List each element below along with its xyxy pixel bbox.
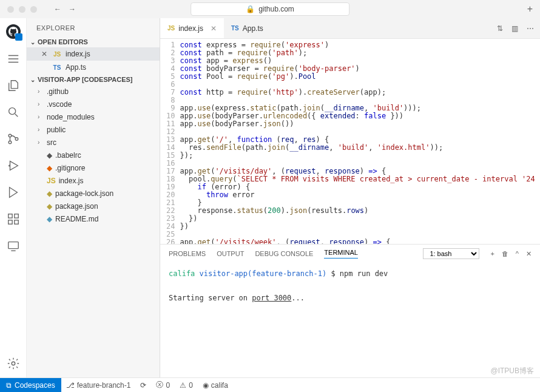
back-icon[interactable]: ← (54, 5, 61, 13)
js-file-icon: JS (47, 177, 56, 185)
compare-icon[interactable]: ⇅ (497, 24, 503, 33)
ts-file-icon: TS (52, 64, 62, 71)
codespaces-button[interactable]: ⧉ Codespaces (0, 378, 61, 392)
close-icon[interactable]: ✕ (211, 24, 217, 33)
file-icon: ◆ (47, 151, 52, 160)
tree-item[interactable]: ◆.gitignore (27, 161, 160, 174)
sync-icon: ⟳ (140, 381, 146, 390)
tree-item[interactable]: ◆package-lock.json (27, 187, 160, 200)
terminal-shell-select[interactable]: 1: bash (423, 248, 479, 259)
error-icon: ⓧ (156, 380, 163, 390)
tree-item[interactable]: ›public (27, 123, 160, 136)
user-indicator[interactable]: ◉ califa (198, 381, 233, 390)
tab-terminal[interactable]: TERMINAL (324, 249, 358, 259)
tab-problems[interactable]: PROBLEMS (169, 250, 206, 257)
github-avatar-icon[interactable] (6, 24, 21, 39)
close-icon[interactable]: ✕ (40, 50, 49, 58)
status-bar: ⧉ Codespaces ⎇ feature-branch-1 ⟳ ⓧ 0 ⚠ … (0, 377, 540, 392)
js-file-icon: JS (167, 25, 175, 32)
remote-icon[interactable] (7, 239, 20, 252)
tree-item[interactable]: ◆.babelrc (27, 149, 160, 161)
search-icon[interactable] (7, 106, 20, 119)
file-name: index.js (59, 177, 84, 185)
tab-output[interactable]: OUTPUT (217, 250, 244, 257)
url-host: github.com (258, 5, 294, 13)
chevron-right-icon: › (38, 101, 44, 107)
tree-item[interactable]: JSindex.js (27, 174, 160, 187)
sync-button[interactable]: ⟳ (135, 381, 151, 390)
watermark: @ITPUB博客 (490, 366, 534, 376)
warnings-indicator[interactable]: ⚠ 0 (175, 381, 198, 390)
file-name: src (47, 138, 56, 147)
tree-item[interactable]: ›.github (27, 85, 160, 98)
workspace-header[interactable]: ⌄ VISITOR-APP [CODESPACES] (27, 74, 160, 85)
errors-indicator[interactable]: ⓧ 0 (151, 380, 175, 390)
file-name: App.ts (66, 63, 86, 72)
file-name: node_modules (47, 113, 95, 121)
minimize-window-icon[interactable] (19, 6, 25, 13)
code-editor[interactable]: 1234567891011121314151617181920212223242… (160, 39, 540, 244)
menu-icon[interactable] (7, 52, 20, 66)
chevron-right-icon: › (38, 139, 44, 146)
branch-indicator[interactable]: ⎇ feature-branch-1 (61, 381, 136, 390)
svg-point-10 (12, 362, 15, 365)
svg-point-2 (8, 141, 12, 144)
tree-item[interactable]: ◆package.json (27, 200, 160, 212)
file-name: .gitignore (55, 164, 85, 172)
open-editor-item[interactable]: TSApp.ts (27, 61, 160, 74)
svg-point-4 (8, 165, 10, 166)
svg-point-0 (8, 108, 15, 115)
extensions-icon[interactable] (7, 212, 20, 226)
gear-icon[interactable] (7, 357, 20, 370)
zoom-window-icon[interactable] (30, 6, 37, 13)
files-icon[interactable] (7, 79, 20, 92)
tab-debug-console[interactable]: DEBUG CONSOLE (255, 250, 313, 257)
open-editor-item[interactable]: ✕JSindex.js (27, 47, 160, 61)
open-editors-header[interactable]: ⌄ OPEN EDITORS (27, 36, 160, 47)
tree-item[interactable]: ›node_modules (27, 110, 160, 123)
close-window-icon[interactable] (7, 6, 14, 13)
split-editor-icon[interactable]: ▥ (511, 24, 518, 33)
tree-item[interactable]: ›.vscode (27, 98, 160, 110)
svg-rect-6 (14, 214, 18, 218)
file-icon: ◆ (47, 215, 52, 223)
tab-label: index.js (178, 24, 203, 33)
editor-tab[interactable]: TSApp.ts (224, 18, 271, 38)
kill-terminal-icon[interactable]: 🗑 (502, 250, 508, 258)
editor-tabs: JSindex.js✕TSApp.ts ⇅ ▥ ⋯ (160, 18, 540, 39)
explorer-panel: EXPLORER ⌄ OPEN EDITORS ✕JSindex.jsTSApp… (27, 18, 160, 377)
warning-icon: ⚠ (180, 381, 186, 390)
more-icon[interactable]: ⋯ (527, 24, 534, 33)
bottom-panel: PROBLEMS OUTPUT DEBUG CONSOLE TERMINAL 1… (160, 244, 540, 377)
editor-tab[interactable]: JSindex.js✕ (160, 18, 224, 38)
file-icon: ◆ (47, 189, 52, 198)
tree-item[interactable]: ›src (27, 136, 160, 149)
tree-item[interactable]: ◆README.md (27, 212, 160, 225)
run-icon[interactable] (7, 186, 20, 199)
chevron-right-icon: › (38, 113, 44, 120)
svg-point-3 (15, 138, 18, 141)
new-terminal-icon[interactable]: + (490, 250, 494, 258)
file-name: .babelrc (55, 151, 81, 160)
maximize-panel-icon[interactable]: ^ (516, 250, 519, 258)
source-control-icon[interactable] (7, 132, 20, 146)
new-tab-icon[interactable]: + (527, 4, 533, 15)
file-name: package.json (55, 202, 98, 211)
svg-rect-9 (8, 242, 18, 249)
vscode-badge-icon (15, 33, 22, 41)
file-icon: ◆ (47, 164, 52, 172)
ts-file-icon: TS (231, 25, 239, 32)
svg-rect-8 (14, 220, 18, 224)
url-bar[interactable]: 🔒 github.com (191, 2, 349, 16)
lock-icon: 🔒 (246, 5, 255, 13)
forward-icon[interactable]: → (69, 5, 76, 13)
debug-icon[interactable] (7, 159, 20, 172)
branch-icon: ⎇ (66, 381, 75, 390)
activity-bar (0, 18, 27, 377)
terminal-body[interactable]: califa visitor-app(feature-branch-1) $ n… (160, 263, 540, 377)
file-name: public (47, 126, 66, 134)
chevron-down-icon: ⌄ (30, 39, 35, 46)
close-panel-icon[interactable]: ✕ (526, 250, 532, 258)
svg-rect-7 (8, 220, 12, 224)
github-icon: ◉ (203, 381, 209, 390)
